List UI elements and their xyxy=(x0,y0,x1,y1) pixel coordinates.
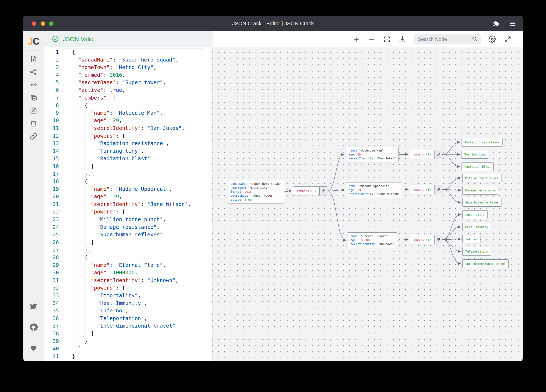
zoom-in-icon[interactable] xyxy=(352,35,360,44)
twitter-icon[interactable] xyxy=(27,303,40,310)
code-line[interactable]: 21 "secretIdentity": "Jane Wilson", xyxy=(44,201,212,208)
copy-icon[interactable] xyxy=(27,91,40,104)
code-line[interactable]: 18 { xyxy=(44,178,212,185)
code-line[interactable]: 41} xyxy=(44,353,212,360)
jsoncrack-logo[interactable]: JC xyxy=(28,36,39,47)
graph-object-node[interactable]: name: "Molecule Man"age: 29secretIdentit… xyxy=(346,147,399,162)
code-line[interactable]: 37 "Interdimensional travel" xyxy=(44,322,212,330)
zoom-button[interactable] xyxy=(49,21,53,26)
editor-status-bar: JSON Valid xyxy=(44,32,212,47)
graph-array-node[interactable]: powers(3) xyxy=(410,185,442,194)
graph-leaf-node[interactable]: Interdimensional travel xyxy=(462,259,508,268)
collapse-link-icon[interactable] xyxy=(435,150,442,158)
collapse-link-icon[interactable] xyxy=(319,187,327,195)
code-line[interactable]: 14 "Turning tiny", xyxy=(44,147,212,155)
code-line[interactable]: 25 "Superhuman reflexes" xyxy=(44,231,212,239)
graph-object-node[interactable]: squadName: "Super hero squad"homeTown: "… xyxy=(228,180,284,203)
code-line[interactable]: 35 "Inferno", xyxy=(44,307,212,315)
zoom-out-icon[interactable] xyxy=(367,35,376,44)
graph-leaf-node[interactable]: Superhuman reflexes xyxy=(462,198,501,207)
code-line[interactable]: 8 { xyxy=(44,102,212,109)
graph-leaf-node[interactable]: Inferno xyxy=(462,235,481,243)
code-line[interactable]: 36 "Teleportation", xyxy=(44,315,212,322)
settings-gear-icon[interactable] xyxy=(488,35,496,44)
code-line[interactable]: 2 "squadName": "Super hero squad", xyxy=(44,56,212,64)
graph-array-node[interactable]: powers(5) xyxy=(410,235,442,244)
graph-array-node[interactable]: powers(3) xyxy=(410,150,442,159)
code-line[interactable]: 12 "powers": [ xyxy=(44,132,212,140)
code-line[interactable]: 4 "formed": 2016, xyxy=(44,71,212,79)
screen-background: JSON Crack - Editor | JSON Crack JC xyxy=(0,0,546,392)
code-line[interactable]: 29 "name": "Eternal Flame", xyxy=(44,261,212,269)
code-line[interactable]: 27 }, xyxy=(44,246,212,254)
code-line[interactable]: 26 ] xyxy=(44,239,212,246)
graph-leaf-node[interactable]: Million tonne punch xyxy=(462,174,501,182)
line-number: 26 xyxy=(44,239,59,246)
code-line[interactable]: 31 "secretIdentity": "Unknown", xyxy=(44,277,212,284)
code-line[interactable]: 17 }, xyxy=(44,170,212,178)
code-line[interactable]: 9 "name": "Molecule Man", xyxy=(44,109,212,117)
graph-leaf-node[interactable]: Radiation resistance xyxy=(462,138,502,146)
code-line[interactable]: 6 "active": true, xyxy=(44,87,212,94)
focus-center-icon[interactable] xyxy=(383,35,391,44)
save-icon[interactable] xyxy=(27,104,40,117)
code-line[interactable]: 15 "Radiation blast" xyxy=(44,155,212,163)
minimize-button[interactable] xyxy=(41,21,45,26)
line-number: 2 xyxy=(44,56,59,64)
share-graph-icon[interactable] xyxy=(27,65,40,78)
code-line[interactable]: 5 "secretBase": "Super tower", xyxy=(44,79,212,87)
github-icon[interactable] xyxy=(27,323,40,331)
code-line[interactable]: 34 "Heat Immunity", xyxy=(44,299,212,307)
search-icon[interactable] xyxy=(472,36,478,43)
code-line[interactable]: 40 ] xyxy=(44,345,212,353)
code-line[interactable]: 30 "age": 1000000, xyxy=(44,269,212,277)
code-line[interactable]: 28 { xyxy=(44,254,212,261)
menu-hamburger-icon[interactable] xyxy=(509,20,516,27)
trash-icon[interactable] xyxy=(27,117,40,130)
line-content: "age": 1000000, xyxy=(59,269,138,277)
new-document-icon[interactable] xyxy=(27,53,40,65)
fit-center-icon[interactable] xyxy=(27,78,40,91)
line-content: }, xyxy=(59,246,91,254)
extension-puzzle-icon[interactable] xyxy=(492,20,500,27)
code-line[interactable]: 16 ] xyxy=(44,163,212,170)
code-line[interactable]: 19 "name": "Madame Uppercut", xyxy=(44,185,212,193)
graph-leaf-node[interactable]: Damage resistance xyxy=(462,186,498,195)
code-line[interactable]: 22 "powers": [ xyxy=(44,208,212,216)
fullscreen-icon[interactable] xyxy=(504,35,512,44)
collapse-link-icon[interactable] xyxy=(435,235,442,244)
heart-icon[interactable] xyxy=(27,344,40,352)
link-icon[interactable] xyxy=(27,130,40,143)
code-line[interactable]: 20 "age": 39, xyxy=(44,193,212,201)
close-button[interactable] xyxy=(32,21,36,26)
graph-array-node[interactable]: members(3) xyxy=(293,186,327,195)
line-content: "Interdimensional travel" xyxy=(59,322,176,330)
code-line[interactable]: 32 "powers": [ xyxy=(44,284,212,292)
graph-leaf-node[interactable]: Teleportation xyxy=(462,247,491,256)
graph-leaf-node[interactable]: Immortality xyxy=(462,210,488,219)
code-editor[interactable]: 1{2 "squadName": "Super hero squad",3 "h… xyxy=(44,47,212,361)
graph-canvas[interactable]: squadName: "Super hero squad"homeTown: "… xyxy=(212,47,523,361)
code-line[interactable]: 1{ xyxy=(44,48,212,56)
code-line[interactable]: 13 "Radiation resistance", xyxy=(44,140,212,147)
line-content: "name": "Eternal Flame", xyxy=(59,261,166,269)
code-line[interactable]: 33 "Immortality", xyxy=(44,292,212,299)
download-icon[interactable] xyxy=(398,35,407,44)
graph-leaf-node[interactable]: Radiation blast xyxy=(462,162,494,171)
search-node-input[interactable] xyxy=(417,36,469,42)
graph-leaf-node[interactable]: Heat Immunity xyxy=(462,223,491,231)
code-line[interactable]: 7 "members": [ xyxy=(44,94,212,102)
code-line[interactable]: 39 } xyxy=(44,338,212,345)
graph-object-node[interactable]: name: "Eternal Flame"age: 1000000secretI… xyxy=(348,232,397,248)
code-line[interactable]: 10 "age": 29, xyxy=(44,117,212,125)
traffic-lights xyxy=(32,21,53,26)
line-content: "formed": 2016, xyxy=(59,71,125,79)
code-line[interactable]: 23 "Million tonne punch", xyxy=(44,216,212,223)
collapse-link-icon[interactable] xyxy=(435,185,442,194)
code-line[interactable]: 11 "secretIdentity": "Dan Jukes", xyxy=(44,125,212,132)
graph-leaf-node[interactable]: Turning tiny xyxy=(462,150,488,158)
code-line[interactable]: 38 ] xyxy=(44,330,212,338)
graph-object-node[interactable]: name: "Madame Uppercut"age: 39secretIden… xyxy=(346,182,402,198)
code-line[interactable]: 3 "homeTown": "Metro City", xyxy=(44,63,212,71)
code-line[interactable]: 24 "Damage resistance", xyxy=(44,223,212,231)
